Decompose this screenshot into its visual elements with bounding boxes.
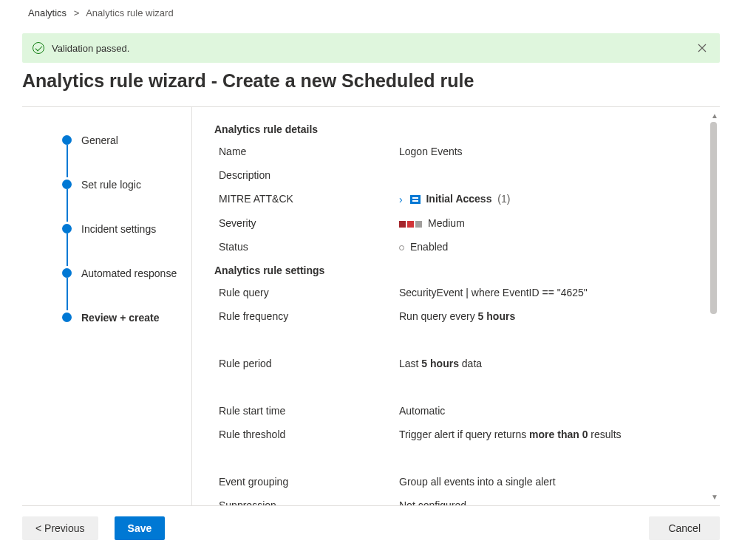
step-incident-settings[interactable]: Incident settings: [62, 222, 191, 236]
step-connector-line: [67, 145, 68, 177]
step-automated-response[interactable]: Automated response: [62, 267, 191, 280]
breadcrumb-parent[interactable]: Analytics: [28, 7, 67, 18]
step-label: Set rule logic: [81, 179, 141, 191]
banner-close-button[interactable]: [695, 41, 709, 55]
row-name: Name Logon Events: [214, 146, 720, 157]
value-status: Enabled: [399, 241, 448, 253]
row-severity: Severity Medium: [214, 217, 720, 229]
label-rule-query: Rule query: [214, 287, 399, 298]
step-label: Automated response: [81, 267, 177, 279]
breadcrumb: Analytics > Analytics rule wizard: [0, 0, 742, 23]
row-rule-start: Rule start time Automatic: [214, 405, 720, 417]
value-suppression: Not configured: [399, 499, 466, 505]
scrollbar-thumb[interactable]: [710, 122, 717, 314]
label-rule-frequency: Rule frequency: [214, 310, 399, 322]
cancel-button[interactable]: Cancel: [649, 516, 720, 540]
scroll-down-arrow-icon[interactable]: ▼: [711, 493, 718, 501]
label-rule-threshold: Rule threshold: [214, 428, 399, 440]
footer-actions: < Previous Save Cancel: [22, 505, 720, 550]
row-rule-threshold: Rule threshold Trigger alert if query re…: [214, 428, 720, 440]
step-label: Incident settings: [81, 223, 156, 235]
step-label: Review + create: [81, 312, 159, 324]
value-rule-start: Automatic: [399, 405, 445, 417]
value-rule-period: Last 5 hours data: [399, 358, 482, 369]
step-review-create[interactable]: Review + create: [62, 311, 191, 324]
label-rule-period: Rule period: [214, 358, 399, 369]
value-event-grouping: Group all events into a single alert: [399, 476, 556, 488]
row-status: Status Enabled: [214, 241, 720, 253]
step-label: General: [81, 134, 118, 146]
row-description: Description: [214, 169, 720, 181]
status-dot-icon: [399, 245, 404, 250]
value-rule-threshold: Trigger alert if query returns more than…: [399, 428, 622, 440]
label-event-grouping: Event grouping: [214, 476, 399, 488]
label-suppression: Suppression: [214, 499, 399, 505]
scrollbar-track[interactable]: [710, 122, 717, 491]
step-general[interactable]: General: [62, 134, 191, 147]
severity-bars-icon: [399, 221, 422, 228]
save-button[interactable]: Save: [115, 516, 166, 540]
page-title: Analytics rule wizard - Create a new Sch…: [0, 63, 742, 96]
step-set-rule-logic[interactable]: Set rule logic: [62, 178, 191, 191]
value-rule-frequency: Run query every 5 hours: [399, 310, 515, 322]
mitre-tactic-icon: [410, 195, 421, 204]
section-head-settings: Analytics rule settings: [214, 264, 720, 276]
label-status: Status: [214, 241, 399, 253]
mitre-tactic-name: Initial Access: [426, 193, 491, 205]
value-name: Logon Events: [399, 146, 463, 157]
row-rule-query: Rule query SecurityEvent | where EventID…: [214, 287, 720, 298]
value-severity: Medium: [399, 217, 465, 229]
value-mitre[interactable]: › Initial Access (1): [399, 193, 510, 205]
section-head-details: Analytics rule details: [214, 123, 720, 135]
value-rule-query: SecurityEvent | where EventID == "4625": [399, 287, 588, 298]
mitre-tactic-count: (1): [497, 193, 510, 205]
step-dot-icon: [62, 180, 72, 189]
banner-message: Validation passed.: [52, 43, 695, 54]
step-connector-line: [67, 189, 68, 222]
label-mitre: MITRE ATT&CK: [214, 193, 399, 205]
step-dot-icon: [62, 268, 72, 278]
success-check-icon: [33, 42, 44, 54]
label-description: Description: [214, 169, 399, 181]
row-suppression: Suppression Not configured: [214, 499, 720, 505]
previous-button[interactable]: < Previous: [22, 516, 98, 540]
row-event-grouping: Event grouping Group all events into a s…: [214, 476, 720, 488]
status-text: Enabled: [410, 241, 448, 253]
step-connector-line: [67, 233, 68, 266]
label-rule-start: Rule start time: [214, 405, 399, 417]
breadcrumb-current: Analytics rule wizard: [86, 7, 174, 18]
row-rule-period: Rule period Last 5 hours data: [214, 358, 720, 369]
label-severity: Severity: [214, 217, 399, 229]
review-details-panel: Analytics rule details Name Logon Events…: [192, 107, 720, 505]
scroll-up-arrow-icon[interactable]: ▲: [711, 112, 718, 120]
validation-banner: Validation passed.: [22, 33, 720, 63]
severity-text: Medium: [428, 217, 465, 229]
step-dot-icon: [62, 135, 72, 145]
chevron-right-icon: ›: [399, 194, 403, 205]
step-dot-icon: [62, 224, 72, 233]
step-connector-line: [67, 278, 68, 310]
step-dot-icon: [62, 313, 72, 322]
breadcrumb-separator: >: [74, 7, 80, 18]
wizard-steps: General Set rule logic Incident settings…: [22, 107, 192, 505]
label-name: Name: [214, 146, 399, 157]
content-area: General Set rule logic Incident settings…: [22, 106, 720, 505]
row-mitre: MITRE ATT&CK › Initial Access (1): [214, 193, 720, 205]
row-rule-frequency: Rule frequency Run query every 5 hours: [214, 310, 720, 322]
